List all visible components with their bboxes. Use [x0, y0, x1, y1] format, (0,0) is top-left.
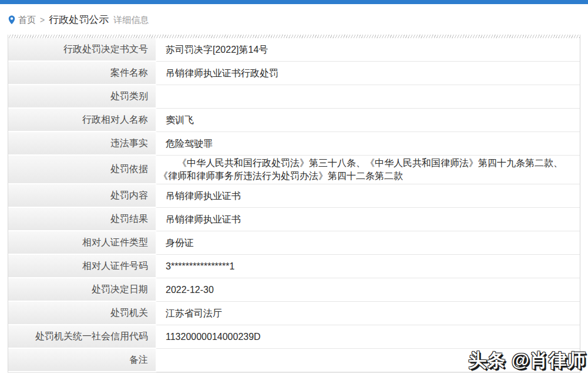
breadcrumb-home-link[interactable]: 首页 — [18, 15, 36, 26]
row-value-text: 吊销律师执业证书 — [166, 214, 241, 225]
location-pin-icon — [8, 15, 15, 25]
row-label: 违法事实 — [8, 132, 156, 156]
table-row: 案件名称吊销律师执业证书行政处罚 — [8, 62, 580, 85]
row-value-text: 窦训飞 — [166, 114, 194, 126]
row-label: 处罚机关 — [8, 302, 156, 325]
row-value: 11320000014000239D — [156, 325, 580, 349]
table-row: 处罚依据《中华人民共和国行政处罚法》第三十八条、《中华人民共和国律师法》第四十九… — [8, 156, 580, 184]
row-label: 处罚依据 — [8, 156, 156, 184]
row-value-text: 身份证 — [166, 237, 194, 249]
table-row: 违法事实危险驾驶罪 — [8, 132, 580, 156]
detail-table: 行政处罚决定书文号苏司罚决字[2022]第14号案件名称吊销律师执业证书行政处罚… — [8, 35, 580, 373]
row-value: 窦训飞 — [156, 109, 580, 132]
row-value: 吊销律师执业证书行政处罚 — [156, 62, 580, 85]
breadcrumb: 首页 > 行政处罚公示 详细信息 — [8, 13, 588, 26]
row-value — [156, 85, 580, 109]
row-value-text: 2022-12-30 — [166, 284, 214, 296]
table-row: 处罚机关统一社会信用代码11320000014000239D — [8, 325, 580, 349]
row-value: 吊销律师执业证书 — [156, 208, 580, 231]
table-row: 相对人证件号码3****************1 — [8, 255, 580, 278]
table-row: 行政相对人名称窦训飞 — [8, 109, 580, 132]
row-label: 相对人证件类型 — [8, 231, 156, 255]
row-value-text: 江苏省司法厅 — [166, 308, 222, 319]
row-label: 处罚类别 — [8, 85, 156, 109]
row-value-text: 吊销律师执业证书行政处罚 — [166, 68, 278, 79]
row-value: 3****************1 — [156, 255, 580, 278]
row-label: 处罚内容 — [8, 184, 156, 208]
row-value-text: 3****************1 — [166, 261, 234, 272]
row-value-text: 《中华人民共和国行政处罚法》第三十八条、《中华人民共和国律师法》第四十九条第二款… — [159, 157, 579, 183]
row-value-text: 11320000014000239D — [166, 331, 261, 343]
row-value: 苏司罚决字[2022]第14号 — [156, 38, 580, 62]
row-value-text: 苏司罚决字[2022]第14号 — [166, 44, 268, 56]
row-label: 相对人证件号码 — [8, 255, 156, 278]
row-label: 备注 — [8, 349, 156, 372]
row-value: 《中华人民共和国行政处罚法》第三十八条、《中华人民共和国律师法》第四十九条第二款… — [156, 156, 580, 184]
table-row: 相对人证件类型身份证 — [8, 231, 580, 255]
table-row: 处罚决定日期2022-12-30 — [8, 278, 580, 302]
row-value-text: 吊销律师执业证书 — [166, 190, 241, 202]
row-label: 处罚机关统一社会信用代码 — [8, 325, 156, 349]
row-value-text: 危险驾驶罪 — [166, 138, 213, 150]
row-label: 处罚决定日期 — [8, 278, 156, 302]
watermark: 头条 @肖律师 — [468, 348, 586, 373]
table-row: 处罚机关江苏省司法厅 — [8, 302, 580, 325]
row-label: 行政相对人名称 — [8, 109, 156, 132]
row-value: 2022-12-30 — [156, 278, 580, 302]
row-value: 危险驾驶罪 — [156, 132, 580, 156]
row-label: 处罚结果 — [8, 208, 156, 231]
table-row: 行政处罚决定书文号苏司罚决字[2022]第14号 — [8, 38, 580, 62]
top-accent-bar — [0, 0, 588, 4]
row-value: 身份证 — [156, 231, 580, 255]
row-value: 吊销律师执业证书 — [156, 184, 580, 208]
breadcrumb-separator: > — [40, 15, 45, 25]
breadcrumb-detail-label: 详细信息 — [113, 15, 149, 26]
row-label: 行政处罚决定书文号 — [8, 38, 156, 62]
table-row: 处罚结果吊销律师执业证书 — [8, 208, 580, 231]
row-value: 江苏省司法厅 — [156, 302, 580, 325]
table-row: 处罚内容吊销律师执业证书 — [8, 184, 580, 208]
table-row: 处罚类别 — [8, 85, 580, 109]
breadcrumb-section-link[interactable]: 行政处罚公示 — [49, 13, 109, 26]
row-label: 案件名称 — [8, 62, 156, 85]
